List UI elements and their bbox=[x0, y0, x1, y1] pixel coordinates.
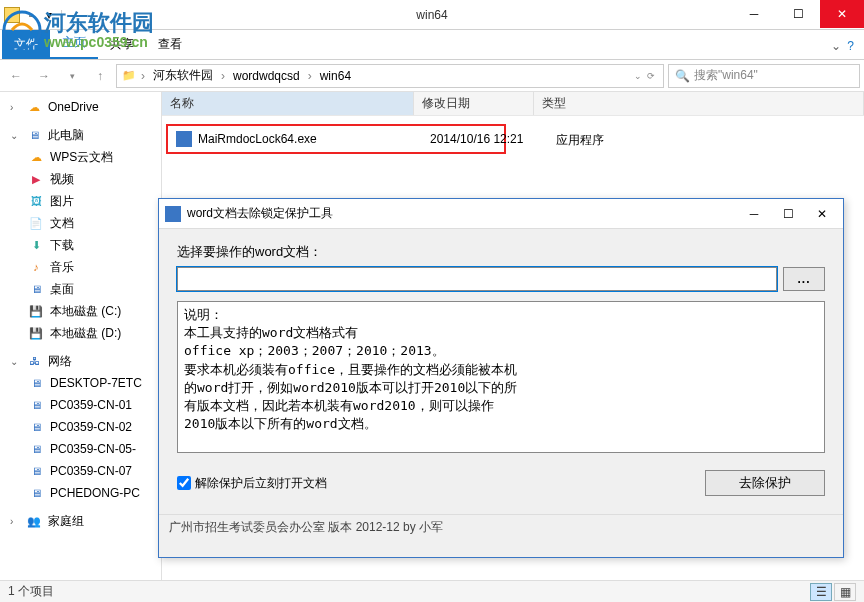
breadcrumb-item[interactable]: wordwdqcsd bbox=[229, 67, 304, 85]
file-name: MaiRmdocLock64.exe bbox=[198, 132, 317, 146]
sidebar-item-label: 文档 bbox=[50, 215, 74, 232]
sidebar-item-diskc[interactable]: 💾本地磁盘 (C:) bbox=[0, 300, 161, 322]
column-type[interactable]: 类型 bbox=[534, 92, 864, 115]
sidebar-item-netpc[interactable]: 🖥PC0359-CN-05- bbox=[0, 438, 161, 460]
sidebar-item-label: PC0359-CN-05- bbox=[50, 442, 136, 456]
sidebar-item-label: PC0359-CN-07 bbox=[50, 464, 132, 478]
sidebar-item-label: DESKTOP-7ETC bbox=[50, 376, 142, 390]
window-titlebar: ▫ ▾ | win64 ─ ☐ ✕ bbox=[0, 0, 864, 30]
column-name[interactable]: 名称 bbox=[162, 92, 414, 115]
sidebar-item-label: PCHEDONG-PC bbox=[50, 486, 140, 500]
dialog-status: 广州市招生考试委员会办公室 版本 2012-12 by 小军 bbox=[159, 514, 843, 540]
sidebar-item-wps[interactable]: ☁WPS云文档 bbox=[0, 146, 161, 168]
tab-share[interactable]: 共享 bbox=[98, 30, 146, 59]
file-path-input[interactable] bbox=[177, 267, 777, 291]
sidebar-item-homegroup[interactable]: ›👥家庭组 bbox=[0, 510, 161, 532]
sidebar-item-music[interactable]: ♪音乐 bbox=[0, 256, 161, 278]
search-input[interactable]: 🔍 搜索"win64" bbox=[668, 64, 860, 88]
breadcrumb-icon: 📁 bbox=[121, 68, 137, 84]
browse-button[interactable]: ... bbox=[783, 267, 825, 291]
dialog-titlebar: word文档去除锁定保护工具 ─ ☐ ✕ bbox=[159, 199, 843, 229]
window-title: win64 bbox=[416, 8, 447, 22]
sidebar-item-document[interactable]: 📄文档 bbox=[0, 212, 161, 234]
dialog-input-label: 选择要操作的word文档： bbox=[177, 243, 825, 261]
close-button[interactable]: ✕ bbox=[820, 0, 864, 28]
sidebar-item-netpc[interactable]: 🖥PC0359-CN-02 bbox=[0, 416, 161, 438]
checkbox-label: 解除保护后立刻打开文档 bbox=[195, 475, 327, 492]
sidebar-item-video[interactable]: ▶视频 bbox=[0, 168, 161, 190]
sidebar-item-label: 下载 bbox=[50, 237, 74, 254]
minimize-button[interactable]: ─ bbox=[732, 0, 776, 28]
sidebar-item-label: 视频 bbox=[50, 171, 74, 188]
view-icons-button[interactable]: ▦ bbox=[834, 583, 856, 601]
sidebar-item-label: OneDrive bbox=[48, 100, 99, 114]
column-date[interactable]: 修改日期 bbox=[414, 92, 534, 115]
sidebar-item-label: PC0359-CN-02 bbox=[50, 420, 132, 434]
sidebar-item-netpc[interactable]: 🖥DESKTOP-7ETC bbox=[0, 372, 161, 394]
app-icon bbox=[165, 206, 181, 222]
breadcrumb-item[interactable]: 河东软件园 bbox=[149, 65, 217, 86]
open-after-checkbox[interactable]: 解除保护后立刻打开文档 bbox=[177, 475, 327, 492]
sidebar-item-diskd[interactable]: 💾本地磁盘 (D:) bbox=[0, 322, 161, 344]
sidebar-item-netpc[interactable]: 🖥PC0359-CN-01 bbox=[0, 394, 161, 416]
breadcrumb[interactable]: 📁 › 河东软件园 › wordwdqcsd › win64 ⌄ ⟳ bbox=[116, 64, 664, 88]
nav-back-button[interactable]: ← bbox=[4, 64, 28, 88]
tab-home[interactable]: 主页 bbox=[50, 28, 98, 59]
navigation-pane: ›☁OneDrive ⌄🖥此电脑 ☁WPS云文档 ▶视频 🖼图片 📄文档 ⬇下载… bbox=[0, 92, 162, 582]
dialog-close-button[interactable]: ✕ bbox=[807, 203, 837, 225]
address-bar: ← → ▾ ↑ 📁 › 河东软件园 › wordwdqcsd › win64 ⌄… bbox=[0, 60, 864, 92]
description-textarea[interactable] bbox=[177, 301, 825, 453]
tab-view[interactable]: 查看 bbox=[146, 30, 194, 59]
breadcrumb-item[interactable]: win64 bbox=[316, 67, 355, 85]
search-placeholder: 搜索"win64" bbox=[694, 67, 758, 84]
sidebar-item-label: 本地磁盘 (C:) bbox=[50, 303, 121, 320]
sidebar-item-picture[interactable]: 🖼图片 bbox=[0, 190, 161, 212]
dialog-minimize-button[interactable]: ─ bbox=[739, 203, 769, 225]
sidebar-item-label: PC0359-CN-01 bbox=[50, 398, 132, 412]
item-count: 1 个项目 bbox=[8, 583, 54, 600]
sidebar-item-thispc[interactable]: ⌄🖥此电脑 bbox=[0, 124, 161, 146]
sidebar-item-label: 网络 bbox=[48, 353, 72, 370]
remove-protection-button[interactable]: 去除保护 bbox=[705, 470, 825, 496]
dialog-maximize-button[interactable]: ☐ bbox=[773, 203, 803, 225]
ribbon: 文件 主页 共享 查看 ⌄ ? bbox=[0, 30, 864, 60]
nav-recent-button[interactable]: ▾ bbox=[60, 64, 84, 88]
sidebar-item-label: 桌面 bbox=[50, 281, 74, 298]
file-type: 应用程序 bbox=[556, 132, 604, 149]
help-icon[interactable]: ? bbox=[847, 39, 854, 53]
chevron-right-icon: › bbox=[306, 69, 314, 83]
column-headers: 名称 修改日期 类型 bbox=[162, 92, 864, 116]
ribbon-expand-icon[interactable]: ⌄ bbox=[831, 39, 841, 53]
sidebar-item-download[interactable]: ⬇下载 bbox=[0, 234, 161, 256]
qat-icon[interactable]: ▫ bbox=[24, 8, 38, 22]
chevron-right-icon: › bbox=[219, 69, 227, 83]
exe-icon bbox=[176, 131, 192, 147]
maximize-button[interactable]: ☐ bbox=[776, 0, 820, 28]
sidebar-item-onedrive[interactable]: ›☁OneDrive bbox=[0, 96, 161, 118]
sidebar-item-label: WPS云文档 bbox=[50, 149, 113, 166]
view-details-button[interactable]: ☰ bbox=[810, 583, 832, 601]
sidebar-item-network[interactable]: ⌄🖧网络 bbox=[0, 350, 161, 372]
tool-dialog: word文档去除锁定保护工具 ─ ☐ ✕ 选择要操作的word文档： ... 解… bbox=[158, 198, 844, 558]
dialog-title: word文档去除锁定保护工具 bbox=[187, 205, 739, 222]
nav-forward-button[interactable]: → bbox=[32, 64, 56, 88]
sidebar-item-label: 此电脑 bbox=[48, 127, 84, 144]
sidebar-item-label: 本地磁盘 (D:) bbox=[50, 325, 121, 342]
folder-icon bbox=[4, 7, 20, 23]
breadcrumb-dropdown-icon[interactable]: ⌄ ⟳ bbox=[630, 71, 659, 81]
sidebar-item-label: 音乐 bbox=[50, 259, 74, 276]
sidebar-item-label: 图片 bbox=[50, 193, 74, 210]
chevron-right-icon: › bbox=[139, 69, 147, 83]
nav-up-button[interactable]: ↑ bbox=[88, 64, 112, 88]
sidebar-item-netpc[interactable]: 🖥PC0359-CN-07 bbox=[0, 460, 161, 482]
file-date: 2014/10/16 12:21 bbox=[430, 132, 523, 146]
status-bar: 1 个项目 ☰ ▦ bbox=[0, 580, 864, 602]
checkbox-input[interactable] bbox=[177, 476, 191, 490]
qat-dropdown-icon[interactable]: ▾ bbox=[42, 8, 56, 22]
search-icon: 🔍 bbox=[675, 69, 690, 83]
tab-file[interactable]: 文件 bbox=[2, 30, 50, 59]
sidebar-item-desktop[interactable]: 🖥桌面 bbox=[0, 278, 161, 300]
sidebar-item-netpc[interactable]: 🖥PCHEDONG-PC bbox=[0, 482, 161, 504]
sidebar-item-label: 家庭组 bbox=[48, 513, 84, 530]
